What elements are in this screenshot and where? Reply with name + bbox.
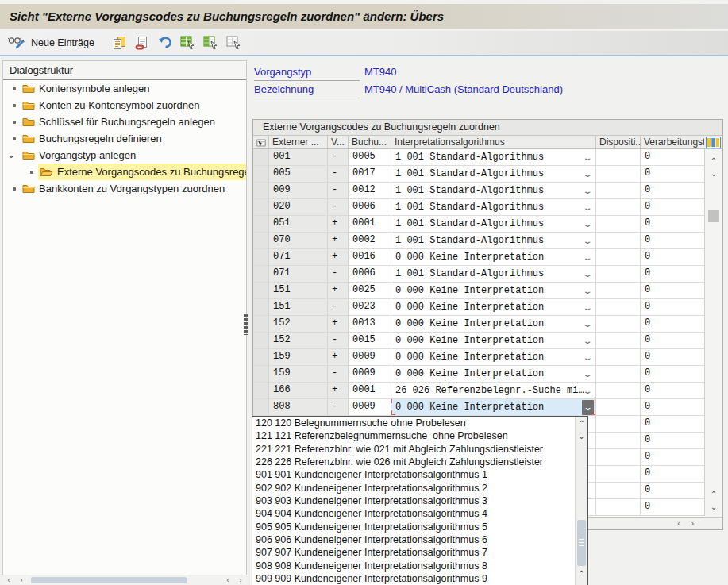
cell-disposition[interactable] <box>596 366 641 383</box>
page-left-icon[interactable]: ‹ <box>677 519 680 528</box>
cell-verarbeitungstyp[interactable]: 0 <box>641 383 704 399</box>
select-block-icon[interactable] <box>202 34 221 52</box>
cell-buchungsregel[interactable]: 0017 <box>349 166 391 183</box>
cell-interpretationsalgorithmus[interactable]: 1 001 Standard-Algorithmus⌄ <box>391 166 596 183</box>
cell-disposition[interactable] <box>596 383 641 399</box>
dropdown-option[interactable]: 903 903 Kundeneigener Interpretationsalg… <box>252 495 575 507</box>
dropdown-option[interactable]: 907 907 Kundeneigener Interpretationsalg… <box>252 546 575 559</box>
cell-interpretationsalgorithmus[interactable]: 0 000 Keine Interpretation⌄ <box>391 366 596 383</box>
cell-interpretationsalgorithmus[interactable]: 0 000 Keine Interpretation⌄ <box>391 349 596 366</box>
column-header-interpretationsalgorithmus[interactable]: Interpretationsalgorithmus <box>391 136 596 148</box>
scroll-up-icon[interactable]: ⌃ <box>576 568 587 579</box>
delete-icon[interactable] <box>133 34 152 52</box>
cell-interpretationsalgorithmus[interactable]: 1 001 Standard-Algorithmus⌄ <box>391 149 596 166</box>
cell-disposition[interactable] <box>596 183 641 199</box>
cell-verarbeitungstyp[interactable]: 0 <box>641 233 704 249</box>
cell-verarbeitungstyp[interactable]: 0 <box>641 266 704 283</box>
deselect-all-icon[interactable] <box>225 34 244 52</box>
cell-disposition[interactable] <box>596 316 641 333</box>
cell-interpretationsalgorithmus[interactable]: 26 026 Referenzbelegnr.-Suche mi…⌄ <box>391 383 596 399</box>
chevron-down-icon[interactable]: ⌄ <box>582 287 592 295</box>
cell-externer-vorgangscode[interactable]: 151 <box>269 283 328 299</box>
cell-externer-vorgangscode[interactable]: 071 <box>269 249 328 266</box>
row-selector-cell[interactable] <box>253 249 269 266</box>
cell-buchungsregel[interactable]: 0005 <box>349 149 391 166</box>
row-selector-cell[interactable] <box>253 266 269 283</box>
cell-verarbeitungstyp[interactable]: 0 <box>641 149 704 166</box>
dropdown-scrollbar[interactable]: ⌃ ⌄ ⌃ <box>575 417 587 585</box>
cell-buchungsregel[interactable]: 0015 <box>349 333 391 349</box>
cell-interpretationsalgorithmus[interactable]: 1 001 Standard-Algorithmus⌄ <box>391 216 596 233</box>
dropdown-option[interactable]: 908 908 Kundeneigener Interpretationsalg… <box>252 560 575 572</box>
cell-verarbeitungstyp[interactable]: 0 <box>641 249 704 266</box>
cell-verarbeitungstyp[interactable]: 0 <box>641 283 704 299</box>
cell-externer-vorgangscode[interactable]: 001 <box>269 149 328 166</box>
cell-verarbeitungstyp[interactable]: 0 <box>641 349 704 366</box>
cell-vorzeichen[interactable]: + <box>328 383 349 399</box>
dropdown-option[interactable]: 906 906 Kundeneigener Interpretationsalg… <box>252 533 575 546</box>
cell-buchungsregel[interactable]: 0001 <box>349 216 391 233</box>
cell-verarbeitungstyp[interactable]: 0 <box>641 316 704 333</box>
cell-disposition[interactable] <box>596 399 641 416</box>
dropdown-option[interactable]: 120 120 Belegnummernsuche ohne Probelese… <box>252 417 575 429</box>
cell-vorzeichen[interactable]: - <box>328 333 349 349</box>
dropdown-option[interactable]: 901 901 Kundeneigener Interpretationsalg… <box>252 468 575 481</box>
cell-disposition[interactable] <box>596 299 641 316</box>
cell-externer-vorgangscode[interactable]: 070 <box>269 233 328 249</box>
cell-vorzeichen[interactable]: + <box>328 316 349 333</box>
cell-interpretationsalgorithmus[interactable]: 0 000 Keine Interpretation⌄ <box>391 399 596 416</box>
dropdown-option[interactable]: 905 905 Kundeneigener Interpretationsalg… <box>252 521 575 533</box>
column-header-buchungsregel[interactable]: Buchu... <box>349 136 391 148</box>
cell-vorzeichen[interactable]: + <box>328 216 349 233</box>
cell-disposition[interactable] <box>596 233 641 249</box>
row-selector-cell[interactable] <box>253 283 269 299</box>
cell-buchungsregel[interactable]: 0009 <box>349 366 391 383</box>
cell-interpretationsalgorithmus[interactable]: 0 000 Keine Interpretation⌄ <box>391 316 596 333</box>
cell-buchungsregel[interactable]: 0002 <box>349 233 391 249</box>
tree-horizontal-scrollbar[interactable]: ‹ › ‹ › <box>2 575 247 585</box>
cell-disposition[interactable] <box>596 499 641 516</box>
scroll-left-icon[interactable]: ‹ <box>2 576 15 584</box>
row-selector-cell[interactable] <box>253 399 269 416</box>
row-selector-cell[interactable] <box>253 149 269 166</box>
scroll-right-icon[interactable]: › <box>15 576 28 584</box>
cell-externer-vorgangscode[interactable]: 009 <box>269 183 328 199</box>
row-selector-cell[interactable] <box>253 166 269 183</box>
dropdown-option[interactable]: 909 909 Kundeneigener Interpretationsalg… <box>252 572 575 585</box>
cell-externer-vorgangscode[interactable]: 159 <box>269 366 328 383</box>
cell-externer-vorgangscode[interactable]: 159 <box>269 349 328 366</box>
column-header-disposition[interactable]: Dispositi... <box>596 136 641 148</box>
scroll-down-icon[interactable]: ⌄ <box>576 431 587 442</box>
cell-vorzeichen[interactable]: - <box>328 399 349 416</box>
splitter-grip-icon[interactable] <box>244 314 248 335</box>
chevron-down-icon[interactable]: ⌄ <box>582 303 592 312</box>
tree-item[interactable]: Bankkonten zu Vorgangstypen zuordnen <box>3 180 246 197</box>
cell-interpretationsalgorithmus[interactable]: 0 000 Keine Interpretation⌄ <box>391 283 596 299</box>
chevron-down-icon[interactable]: ⌄ <box>582 370 592 379</box>
cell-interpretationsalgorithmus[interactable]: 0 000 Keine Interpretation⌄ <box>391 333 596 349</box>
row-selector-cell[interactable] <box>253 183 269 199</box>
cell-verarbeitungstyp[interactable]: 0 <box>641 366 704 383</box>
cell-interpretationsalgorithmus[interactable]: 1 001 Standard-Algorithmus⌄ <box>391 199 596 216</box>
table-vertical-scrollbar[interactable]: ⌃ ⌄ ⌃ ⌄ <box>704 149 722 516</box>
cell-externer-vorgangscode[interactable]: 152 <box>269 316 328 333</box>
row-selector-cell[interactable] <box>253 199 269 216</box>
cell-interpretationsalgorithmus[interactable]: 1 001 Standard-Algorithmus⌄ <box>391 233 596 249</box>
cell-verarbeitungstyp[interactable]: 0 <box>641 499 704 516</box>
cell-buchungsregel[interactable]: 0012 <box>349 183 391 199</box>
chevron-down-icon[interactable]: ⌄ <box>582 387 592 395</box>
cell-interpretationsalgorithmus[interactable]: 0 000 Keine Interpretation⌄ <box>391 299 596 316</box>
row-selector-cell[interactable] <box>253 383 269 399</box>
scroll-up-icon[interactable]: ⌃ <box>705 156 722 167</box>
cell-buchungsregel[interactable]: 0013 <box>349 316 391 333</box>
cell-verarbeitungstyp[interactable]: 0 <box>641 416 704 433</box>
cell-buchungsregel[interactable]: 0023 <box>349 299 391 316</box>
cell-buchungsregel[interactable]: 0006 <box>349 199 391 216</box>
chevron-down-icon[interactable]: ⌄ <box>582 253 592 262</box>
cell-externer-vorgangscode[interactable]: 071 <box>269 266 328 283</box>
row-selector-cell[interactable] <box>253 299 269 316</box>
row-selector-cell[interactable] <box>253 316 269 333</box>
tree-item[interactable]: Konten zu Kontensymbol zuordnen <box>3 97 246 114</box>
cell-verarbeitungstyp[interactable]: 0 <box>641 166 704 183</box>
chevron-down-icon[interactable]: ⌄ <box>582 320 592 329</box>
